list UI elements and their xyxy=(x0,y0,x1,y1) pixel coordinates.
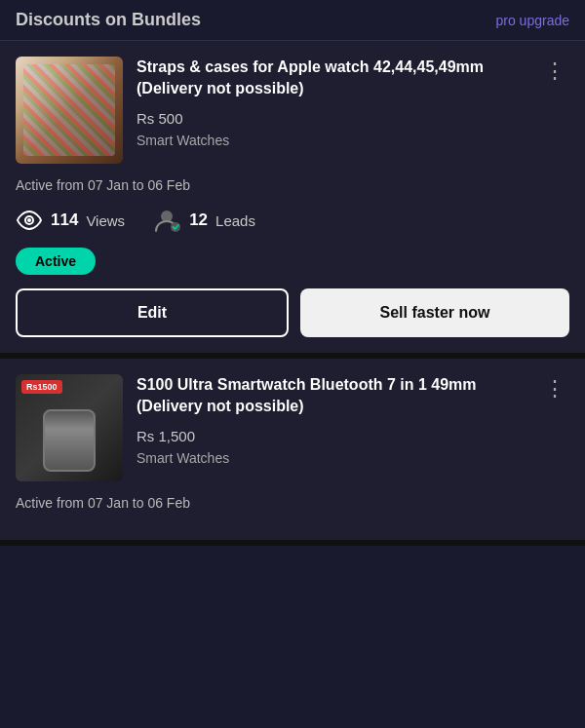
product-title-2: S100 Ultra Smartwatch Bluetooth 7 in 1 4… xyxy=(136,374,526,418)
status-badge-1: Active xyxy=(16,248,96,275)
card-menu-icon-2[interactable]: ⋮ xyxy=(540,374,569,403)
product-image-2 xyxy=(16,374,123,481)
leads-icon xyxy=(154,207,181,234)
product-card-1: Straps & cases for Apple watch 42,44,45,… xyxy=(0,41,585,359)
card-menu-icon-1[interactable]: ⋮ xyxy=(540,57,569,86)
svg-point-3 xyxy=(171,222,180,232)
product-price-1: Rs 500 xyxy=(136,110,526,127)
product-image-1 xyxy=(16,57,123,164)
page-title: Discounts on Bundles xyxy=(16,10,201,30)
page-header: Discounts on Bundles pro upgrade xyxy=(0,0,585,41)
eye-icon xyxy=(16,207,43,234)
product-price-2: Rs 1,500 xyxy=(136,428,526,444)
product-title-1: Straps & cases for Apple watch 42,44,45,… xyxy=(136,57,526,100)
views-count: 114 xyxy=(51,211,78,230)
leads-stat: 12 Leads xyxy=(154,207,255,234)
card-stats-1: 114 Views 12 Leads xyxy=(16,207,569,234)
product-info-1: Straps & cases for Apple watch 42,44,45,… xyxy=(136,57,526,148)
product-info-2: S100 Ultra Smartwatch Bluetooth 7 in 1 4… xyxy=(136,374,526,466)
edit-button-1[interactable]: Edit xyxy=(16,288,289,337)
product-card-2: S100 Ultra Smartwatch Bluetooth 7 in 1 4… xyxy=(0,359,585,546)
views-stat: 114 Views xyxy=(16,207,125,234)
upgrade-link[interactable]: pro upgrade xyxy=(495,13,569,28)
leads-label: Leads xyxy=(215,212,255,229)
views-label: Views xyxy=(86,212,125,229)
product-category-1: Smart Watches xyxy=(136,133,526,148)
sell-faster-button-1[interactable]: Sell faster now xyxy=(300,288,569,337)
leads-count: 12 xyxy=(189,211,208,230)
card-actions-1: Edit Sell faster now xyxy=(16,288,569,337)
product-category-2: Smart Watches xyxy=(136,450,526,466)
active-date-1: Active from 07 Jan to 06 Feb xyxy=(16,177,569,193)
svg-point-1 xyxy=(27,218,31,222)
active-date-2: Active from 07 Jan to 06 Feb xyxy=(16,495,569,511)
